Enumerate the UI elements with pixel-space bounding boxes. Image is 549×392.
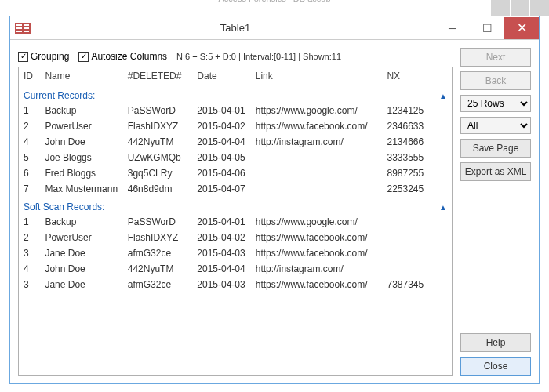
table-cell: 5 [19, 150, 40, 165]
table-cell: 2015-04-04 [192, 261, 250, 277]
table-cell: 2134666 [382, 134, 434, 150]
table-cell: UZwKGMQb [123, 150, 193, 165]
table-icon [15, 23, 31, 34]
table-cell: https://www.google.com/ [251, 103, 383, 118]
column-header[interactable]: Name [40, 67, 122, 85]
table-cell: https://www.facebook.com/ [251, 118, 383, 134]
grouping-label: Grouping [31, 51, 69, 62]
column-header[interactable]: ID [19, 67, 40, 85]
close-button[interactable]: Close [460, 357, 531, 376]
table-row[interactable]: 2PowerUserFlashIDXYZ2015-04-02https://ww… [19, 230, 452, 245]
next-button[interactable]: Next [460, 48, 531, 67]
table-cell: 8987255 [382, 165, 434, 181]
toolbar: ✓ Grouping ✓ Autosize Columns N:6 + S:5 … [18, 48, 453, 67]
table-cell: 4 [19, 261, 40, 277]
back-button[interactable]: Back [460, 71, 531, 90]
table-cell: Backup [40, 214, 122, 230]
records-table: IDName#DELETED#DateLinkNX Current Record… [19, 67, 452, 292]
table-row[interactable]: 3Jane DoeafmG32ce2015-04-03https://www.f… [19, 277, 452, 292]
table-cell: https://www.facebook.com/ [251, 277, 383, 292]
table-row[interactable]: 2PowerUserFlashIDXYZ2015-04-02https://ww… [19, 118, 452, 134]
table-cell: Fred Bloggs [40, 165, 122, 181]
group-header[interactable]: Soft Scan Records: [19, 197, 434, 214]
table-cell: FlashIDXYZ [123, 230, 193, 245]
table-cell: 2015-04-04 [192, 134, 250, 150]
table-cell: 4 [19, 134, 40, 150]
table-cell: Backup [40, 103, 122, 118]
table-cell: PaSSWorD [123, 214, 193, 230]
table-cell [382, 214, 434, 230]
table-cell: https://www.google.com/ [251, 214, 383, 230]
table-cell: 2346633 [382, 118, 434, 134]
table-cell [382, 261, 434, 277]
table-cell: 2 [19, 118, 40, 134]
table-row[interactable]: 5Joe BloggsUZwKGMQb2015-04-053333555 [19, 150, 452, 165]
table-cell: 3gq5CLRy [123, 165, 193, 181]
parent-btn-2[interactable] [511, 0, 529, 16]
table-cell: Joe Bloggs [40, 150, 122, 165]
table-cell: 442NyuTM [123, 261, 193, 277]
collapse-icon[interactable]: ▲ [434, 197, 452, 214]
table-row[interactable]: 4John Doe442NyuTM2015-04-04http://instag… [19, 134, 452, 150]
table-cell: 7 [19, 181, 40, 197]
record-stats: N:6 + S:5 + D:0 | Interval:[0-11] | Show… [176, 52, 341, 61]
table-cell [251, 150, 383, 165]
autosize-label: Autosize Columns [91, 51, 167, 62]
table-cell: John Doe [40, 261, 122, 277]
table-cell: 6 [19, 165, 40, 181]
table-cell: http://instagram.com/ [251, 261, 383, 277]
filter-select[interactable]: All [460, 117, 531, 134]
check-icon: ✓ [78, 52, 89, 62]
table-cell: 2015-04-02 [192, 118, 250, 134]
titlebar: Table1 ─ ☐ ✕ [10, 16, 539, 40]
parent-window-title: Access Forensics · DB accdb [0, 0, 549, 3]
table-cell [382, 245, 434, 261]
save-page-button[interactable]: Save Page [460, 139, 531, 158]
table-cell: 2015-04-01 [192, 103, 250, 118]
table-cell: John Doe [40, 134, 122, 150]
table-cell: 442NyuTM [123, 134, 193, 150]
table-cell: 3 [19, 245, 40, 261]
column-header[interactable]: Link [251, 67, 383, 85]
table-cell: afmG32ce [123, 245, 193, 261]
table-cell: 3333555 [382, 150, 434, 165]
table-cell: 2015-04-03 [192, 245, 250, 261]
maximize-button[interactable]: ☐ [470, 17, 504, 39]
table-cell [382, 230, 434, 245]
table-row[interactable]: 3Jane DoeafmG32ce2015-04-03https://www.f… [19, 245, 452, 261]
table-cell [251, 165, 383, 181]
autosize-checkbox[interactable]: ✓ Autosize Columns [78, 51, 167, 62]
column-header[interactable]: NX [382, 67, 434, 85]
table-row[interactable]: 1BackupPaSSWorD2015-04-01https://www.goo… [19, 103, 452, 118]
column-header[interactable]: Date [192, 67, 250, 85]
grouping-checkbox[interactable]: ✓ Grouping [18, 51, 69, 62]
table-cell: http://instagram.com/ [251, 134, 383, 150]
close-window-button[interactable]: ✕ [504, 17, 539, 39]
export-xml-button[interactable]: Export as XML [460, 162, 531, 181]
table-cell: 1 [19, 103, 40, 118]
group-header[interactable]: Current Records: [19, 85, 434, 103]
column-header[interactable]: #DELETED# [123, 67, 193, 85]
table-cell: https://www.facebook.com/ [251, 245, 383, 261]
parent-btn-3[interactable] [530, 0, 549, 16]
table-cell: 2015-04-02 [192, 230, 250, 245]
table-row[interactable]: 6Fred Bloggs3gq5CLRy2015-04-068987255 [19, 165, 452, 181]
table-cell: 2015-04-01 [192, 214, 250, 230]
table-cell: PowerUser [40, 118, 122, 134]
table-cell: 2 [19, 230, 40, 245]
minimize-button[interactable]: ─ [435, 17, 470, 39]
table-cell [251, 181, 383, 197]
table-row[interactable]: 7Max Mustermann46n8d9dm2015-04-072253245 [19, 181, 452, 197]
parent-btn-1[interactable] [491, 0, 510, 16]
table-container[interactable]: IDName#DELETED#DateLinkNX Current Record… [18, 67, 453, 376]
table-cell: FlashIDXYZ [123, 118, 193, 134]
table-cell: Max Mustermann [40, 181, 122, 197]
rows-select[interactable]: 25 Rows [460, 95, 531, 112]
dialog-window: Table1 ─ ☐ ✕ ✓ Grouping ✓ Autosize Colum… [9, 16, 540, 384]
help-button[interactable]: Help [460, 333, 531, 352]
table-row[interactable]: 4John Doe442NyuTM2015-04-04http://instag… [19, 261, 452, 277]
side-panel: Next Back 25 Rows All Save Page Export a… [460, 48, 531, 376]
table-cell: 7387345 [382, 277, 434, 292]
table-row[interactable]: 1BackupPaSSWorD2015-04-01https://www.goo… [19, 214, 452, 230]
collapse-icon[interactable]: ▲ [434, 85, 452, 103]
